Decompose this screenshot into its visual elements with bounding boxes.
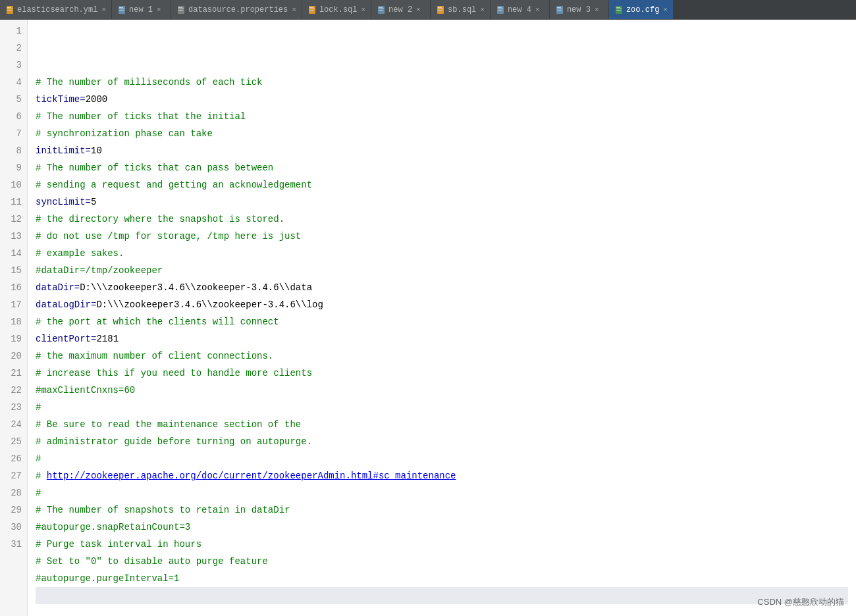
code-line: # sending a request and getting an ackno… — [36, 176, 848, 193]
line-number: 30 — [5, 519, 22, 536]
line-number: 1 — [5, 22, 22, 39]
svg-rect-29 — [557, 7, 561, 8]
tab-label: new 3 — [567, 5, 591, 14]
config-key: clientPort= — [36, 334, 96, 344]
svg-rect-2 — [7, 9, 13, 9]
svg-rect-14 — [309, 9, 315, 9]
line-number: 28 — [5, 484, 22, 501]
config-key: tickTime= — [36, 94, 86, 105]
line-number: 8 — [5, 142, 22, 159]
file-icon — [614, 5, 624, 14]
line-number: 21 — [5, 365, 22, 382]
tab-close-button[interactable]: × — [101, 6, 106, 14]
code-line: # the directory where the snapshot is st… — [36, 211, 848, 228]
config-key: dataLogDir= — [36, 299, 96, 310]
code-line: # — [36, 399, 848, 416]
tab-new1[interactable]: new 1× — [112, 0, 171, 20]
code-line: # — [36, 484, 848, 501]
config-value: 2181 — [96, 334, 119, 344]
line-number: 9 — [5, 159, 22, 176]
svg-rect-11 — [178, 10, 183, 11]
svg-rect-3 — [7, 10, 12, 11]
tab-label: lock.sql — [319, 5, 358, 14]
tab-close-button[interactable]: × — [595, 6, 599, 14]
line-number: 20 — [5, 347, 22, 365]
config-value: D:\\\zookeeper3.4.6\\zookeeper-3.4.6\\lo… — [96, 299, 323, 310]
line-number: 2 — [5, 39, 22, 57]
tab-datasource-properties[interactable]: datasource.properties× — [171, 0, 302, 20]
code-area[interactable]: # The number of milliseconds of each tic… — [28, 20, 856, 616]
code-line: # administrator guide before turning on … — [36, 433, 848, 450]
code-line: # The number of ticks that can pass betw… — [36, 159, 848, 176]
file-icon — [377, 5, 386, 14]
tab-close-button[interactable]: × — [416, 6, 421, 14]
config-key: dataDir= — [36, 282, 80, 293]
svg-rect-31 — [557, 10, 562, 11]
code-line: # the maximum number of client connectio… — [36, 347, 848, 365]
code-line: # Purge task interval in hours — [36, 536, 848, 553]
config-value: 10 — [91, 145, 102, 156]
tab-lock-sql[interactable]: lock.sql× — [302, 0, 371, 20]
code-line: # synchronization phase can take — [36, 125, 848, 142]
code-line: # The number of snapshots to retain in d… — [36, 501, 848, 519]
line-number: 10 — [5, 176, 22, 193]
svg-rect-27 — [498, 10, 502, 11]
line-numbers: 1234567891011121314151617181920212223242… — [0, 20, 28, 616]
file-icon — [436, 5, 445, 14]
code-line: # increase this if you need to handle mo… — [36, 365, 848, 382]
code-line: # http://zookeeper.apache.org/doc/curren… — [36, 467, 848, 484]
tab-label: new 1 — [129, 5, 153, 14]
line-number: 5 — [5, 91, 22, 108]
line-number: 15 — [5, 262, 22, 279]
svg-rect-25 — [498, 7, 502, 8]
tab-zoo-cfg[interactable]: zoo.cfg× — [609, 0, 674, 20]
svg-rect-6 — [119, 9, 124, 9]
tab-close-button[interactable]: × — [157, 6, 161, 14]
tab-close-button[interactable]: × — [292, 6, 296, 14]
code-line: # Be sure to read the maintenance sectio… — [36, 416, 848, 433]
svg-rect-22 — [438, 9, 443, 9]
code-line: #autopurge.purgeInterval=1 — [36, 570, 848, 587]
tab-sb-sql[interactable]: sb.sql× — [431, 0, 491, 20]
tab-new2[interactable]: new 2× — [371, 0, 431, 20]
code-line: clientPort=2181 — [36, 330, 848, 347]
tab-close-button[interactable]: × — [480, 6, 485, 14]
code-line: # the port at which the clients will con… — [36, 313, 848, 330]
line-number: 25 — [5, 433, 22, 450]
line-number: 23 — [5, 399, 22, 416]
svg-rect-23 — [438, 10, 442, 11]
tab-new4[interactable]: new 4× — [491, 0, 550, 20]
line-number: 17 — [5, 296, 22, 313]
documentation-link[interactable]: http://zookeeper.apache.org/doc/current/… — [47, 471, 456, 481]
tab-label: datasource.properties — [188, 5, 288, 14]
tab-bar: elasticsearch.yml× new 1× datasource.pro… — [0, 0, 856, 20]
line-number: 16 — [5, 279, 22, 296]
code-line: initLimit=10 — [36, 142, 848, 159]
code-line: #dataDir=/tmp/zookeeper — [36, 262, 848, 279]
svg-rect-15 — [309, 10, 314, 11]
code-line: #maxClientCnxns=60 — [36, 382, 848, 399]
tab-elasticsearch-yml[interactable]: elasticsearch.yml× — [0, 0, 112, 20]
svg-rect-1 — [7, 7, 11, 8]
code-line: # example sakes. — [36, 245, 848, 262]
tab-close-button[interactable]: × — [361, 6, 365, 14]
line-number: 19 — [5, 330, 22, 347]
code-line — [36, 587, 848, 604]
code-line: #autopurge.snapRetainCount=3 — [36, 519, 848, 536]
code-line: dataDir=D:\\\zookeeper3.4.6\\zookeeper-3… — [36, 279, 848, 296]
config-value: 2000 — [86, 94, 108, 105]
line-number: 12 — [5, 211, 22, 228]
line-number: 6 — [5, 108, 22, 125]
code-line: dataLogDir=D:\\\zookeeper3.4.6\\zookeepe… — [36, 296, 848, 313]
file-icon — [555, 5, 564, 14]
tab-new3[interactable]: new 3× — [550, 0, 609, 20]
line-number: 3 — [5, 57, 22, 74]
tab-close-button[interactable]: × — [535, 6, 540, 14]
svg-rect-30 — [557, 9, 562, 9]
svg-rect-17 — [379, 7, 383, 8]
svg-rect-21 — [438, 7, 442, 8]
code-line: tickTime=2000 — [36, 91, 848, 108]
tab-close-button[interactable]: × — [663, 6, 668, 14]
svg-rect-13 — [309, 7, 313, 8]
code-line: # Set to "0" to disable auto purge featu… — [36, 553, 848, 570]
